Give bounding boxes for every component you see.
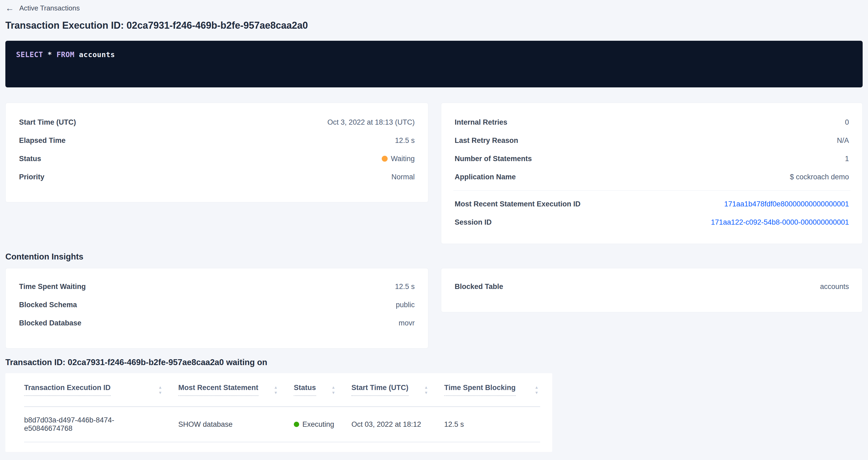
contention-row-blocked-table: Blocked Table accounts: [441, 277, 862, 296]
sql-text: accounts: [74, 51, 115, 59]
row-label: Status: [19, 155, 41, 163]
row-label: Last Retry Reason: [455, 136, 518, 145]
status-executing-dot-icon: [294, 422, 299, 427]
contention-row-time-spent-waiting: Time Spent Waiting 12.5 s: [6, 277, 428, 296]
sort-icon: ▲ ▼: [331, 385, 335, 395]
sort-desc-icon: ▼: [424, 391, 428, 395]
row-label: Session ID: [455, 218, 492, 226]
session-id-link[interactable]: 171aa122-c092-54b8-0000-000000000001: [711, 218, 849, 226]
sort-asc-icon: ▲: [331, 385, 335, 389]
contention-insights-heading: Contention Insights: [5, 252, 863, 262]
row-value: N/A: [837, 136, 849, 145]
status-text: Executing: [302, 420, 334, 429]
summary-row-priority: Priority Normal: [6, 168, 428, 186]
column-header-time-spent-blocking[interactable]: Time Spent Blocking ▲ ▼: [444, 384, 540, 396]
page-title: Transaction Execution ID: 02ca7931-f246-…: [5, 20, 863, 31]
row-value: 0: [845, 118, 849, 126]
column-label: Transaction Execution ID: [24, 384, 111, 396]
cell-start-time: Oct 03, 2022 at 18:12: [351, 420, 444, 429]
sort-icon: ▲ ▼: [534, 385, 538, 395]
waiting-on-table: Transaction Execution ID ▲ ▼ Most Recent…: [5, 373, 552, 452]
row-value: $ cockroach demo: [790, 173, 849, 181]
table-header-row: Transaction Execution ID ▲ ▼ Most Recent…: [24, 373, 540, 407]
row-value: 1: [845, 155, 849, 163]
row-label: Blocked Schema: [19, 301, 77, 309]
row-label: Most Recent Statement Execution ID: [455, 200, 581, 208]
details-row-application-name: Application Name $ cockroach demo: [441, 168, 862, 186]
transaction-summary-card: Start Time (UTC) Oct 3, 2022 at 18:13 (U…: [5, 103, 428, 203]
summary-row-elapsed-time: Elapsed Time 12.5 s: [6, 131, 428, 150]
sort-icon: ▲ ▼: [424, 385, 428, 395]
row-label: Priority: [19, 173, 44, 181]
status-badge: Waiting: [382, 155, 415, 163]
contention-row-blocked-database: Blocked Database movr: [6, 314, 428, 332]
details-row-number-of-statements: Number of Statements 1: [441, 150, 862, 168]
row-label: Blocked Database: [19, 319, 82, 327]
row-label: Blocked Table: [455, 282, 503, 291]
row-value: 12.5 s: [395, 136, 415, 145]
row-label: Application Name: [455, 173, 516, 181]
row-value: movr: [399, 319, 415, 327]
sort-icon: ▲ ▼: [158, 385, 162, 395]
column-header-status[interactable]: Status ▲ ▼: [294, 384, 351, 396]
status-waiting-dot-icon: [382, 156, 388, 162]
column-label: Time Spent Blocking: [444, 384, 516, 396]
row-label: Start Time (UTC): [19, 118, 76, 126]
column-header-most-recent-statement[interactable]: Most Recent Statement ▲ ▼: [178, 384, 294, 396]
details-row-statement-execution-id: Most Recent Statement Execution ID 171aa…: [441, 195, 862, 213]
statement-execution-id-link[interactable]: 171aa1b478fdf0e80000000000000001: [724, 200, 849, 208]
sql-keyword: FROM: [57, 51, 74, 59]
cell-status: Executing: [294, 420, 351, 429]
contention-blocked-table-card: Blocked Table accounts: [441, 268, 863, 312]
waiting-on-heading: Transaction ID: 02ca7931-f246-469b-b2fe-…: [5, 358, 863, 367]
sort-desc-icon: ▼: [158, 391, 162, 395]
status-text: Waiting: [391, 155, 415, 163]
cell-most-recent-statement: SHOW database: [178, 420, 294, 429]
details-row-session-id: Session ID 171aa122-c092-54b8-0000-00000…: [441, 213, 862, 231]
sql-keyword: SELECT: [16, 51, 43, 59]
cell-transaction-execution-id: b8d7d03a-d497-446b-8474-e50846674768: [24, 416, 178, 433]
table-row: b8d7d03a-d497-446b-8474-e50846674768 SHO…: [24, 407, 540, 442]
sort-asc-icon: ▲: [534, 385, 538, 389]
row-label: Elapsed Time: [19, 136, 66, 145]
sql-statement: SELECT * FROM accounts: [16, 51, 852, 59]
row-value: public: [396, 301, 415, 309]
breadcrumb-back-link[interactable]: ← Active Transactions: [5, 0, 80, 12]
sort-desc-icon: ▼: [274, 391, 278, 395]
sort-desc-icon: ▼: [331, 391, 335, 395]
details-row-internal-retries: Internal Retries 0: [441, 113, 862, 131]
row-value: accounts: [820, 282, 849, 291]
sort-asc-icon: ▲: [274, 385, 278, 389]
row-label: Time Spent Waiting: [19, 282, 86, 291]
contention-row-blocked-schema: Blocked Schema public: [6, 296, 428, 314]
row-value: Normal: [392, 173, 415, 181]
column-label: Status: [294, 384, 316, 396]
sort-desc-icon: ▼: [534, 391, 538, 395]
summary-row-start-time: Start Time (UTC) Oct 3, 2022 at 18:13 (U…: [6, 113, 428, 131]
row-label: Number of Statements: [455, 155, 532, 163]
sql-text: *: [43, 51, 57, 59]
contention-cards-row: Time Spent Waiting 12.5 s Blocked Schema…: [5, 268, 863, 348]
contention-waiting-card: Time Spent Waiting 12.5 s Blocked Schema…: [5, 268, 428, 348]
sort-icon: ▲ ▼: [274, 385, 278, 395]
breadcrumb-label: Active Transactions: [19, 4, 80, 12]
card-divider: [453, 190, 850, 191]
column-label: Start Time (UTC): [351, 384, 408, 396]
back-arrow-icon: ←: [5, 4, 14, 12]
row-label: Internal Retries: [455, 118, 507, 126]
sort-asc-icon: ▲: [158, 385, 162, 389]
sort-asc-icon: ▲: [424, 385, 428, 389]
cell-time-spent-blocking: 12.5 s: [444, 420, 540, 429]
sql-statement-box: SELECT * FROM accounts: [5, 41, 863, 87]
details-row-last-retry-reason: Last Retry Reason N/A: [441, 131, 862, 150]
overview-cards-row: Start Time (UTC) Oct 3, 2022 at 18:13 (U…: [5, 103, 863, 244]
transaction-details-page: { "colors": { "page_background": "#f4f6f…: [0, 0, 868, 460]
transaction-details-card: Internal Retries 0 Last Retry Reason N/A…: [441, 103, 863, 244]
column-header-transaction-execution-id[interactable]: Transaction Execution ID ▲ ▼: [24, 384, 178, 396]
column-header-start-time[interactable]: Start Time (UTC) ▲ ▼: [351, 384, 444, 396]
column-label: Most Recent Statement: [178, 384, 258, 396]
row-value: 12.5 s: [395, 282, 415, 291]
row-value: Oct 3, 2022 at 18:13 (UTC): [327, 118, 415, 126]
summary-row-status: Status Waiting: [6, 150, 428, 168]
